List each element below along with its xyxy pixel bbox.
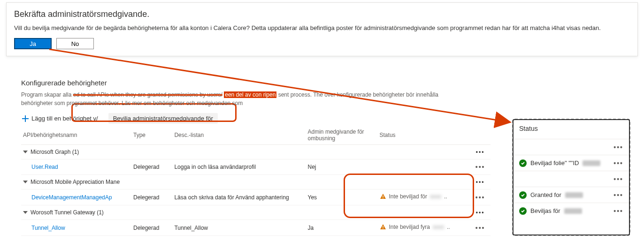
check-icon [519,207,527,215]
col-desc: Desc.-listan [172,126,306,145]
status-warning: Inte beviljad fyraxxxx.. [380,224,450,230]
status-text: Beviljas för [530,207,560,214]
grant-admin-consent-button[interactable]: Bevilja administratörsmedgivande för [108,113,218,124]
permission-type: Delegerad [131,159,172,175]
col-status: Status [378,126,470,145]
add-permission-button[interactable]: Lägg till en behörighet v/ [21,113,99,124]
permission-status: Inte beviljad förxxxx.. [378,189,470,205]
status-row: Granted for ••• [514,187,629,203]
table-group-row[interactable]: Microsoft Mobile Appreciation Mane••• [21,175,491,189]
row-actions-button[interactable]: ••• [470,145,491,159]
table-row: User.ReadDelegeradLogga in och läsa anvä… [21,159,491,175]
section-description: Program skapar alla ed to call APIs when… [21,91,491,107]
permission-status [378,159,470,175]
permission-desc: Logga in och läsa användarprofil [172,159,306,175]
permission-admin: Nej [306,159,378,175]
add-permission-label: Lägg till en behörighet v/ [31,115,98,122]
table-row: DeviceManagementManagedApDelegeradLäsa o… [21,189,491,205]
status-row: Beviljad folie" ""ID ••• [514,155,629,171]
status-row: ••• [514,139,629,155]
masked-text [583,160,600,166]
yes-button[interactable]: Ja [14,38,52,49]
row-actions-button[interactable]: ••• [613,175,623,183]
svg-rect-3 [383,228,383,229]
chevron-down-icon [23,151,28,153]
permission-name-link[interactable]: DeviceManagementManagedAp [21,189,131,205]
status-row: Beviljas för ••• [514,203,629,219]
permission-type: Delegerad [131,220,172,236]
section-heading: Konfigurerade behörigheter [21,79,491,87]
svg-rect-0 [383,196,383,197]
permissions-table: API/behörighetsnamn Type Desc.-listan Ad… [21,126,491,236]
plus-icon [22,115,29,122]
table-group-row[interactable]: Microsoft Graph (1)••• [21,145,491,159]
desc-part-a: Program skapar alla [21,91,71,98]
desc-part-b: ed to call APIs when they are granted pe… [73,91,222,98]
admin-consent-dialog: Bekräfta administratörsmedgivande. Vill … [6,2,638,56]
status-panel-heading: Status [514,120,629,139]
row-actions-button[interactable]: ••• [470,189,491,205]
masked-text [564,208,582,214]
row-actions-button[interactable]: ••• [470,159,491,175]
row-actions-button[interactable]: ••• [470,175,491,189]
col-actions [470,126,491,145]
check-icon [519,159,527,167]
dialog-body: Vill du bevilja medgivande för de begärd… [14,24,630,32]
permission-name-link[interactable]: Tunnel_Allow [21,220,131,236]
status-panel: Status •••Beviljad folie" ""ID ••••••Gra… [513,119,630,235]
permission-desc: Tunnel_Allow [172,220,306,236]
desc-part-c: een del av con ripen [224,91,276,98]
permission-admin: Ja [306,220,378,236]
table-header-row: API/behörighetsnamn Type Desc.-listan Ad… [21,126,491,145]
permissions-toolbar: Lägg till en behörighet v/ Bevilja admin… [21,113,491,124]
masked-text [565,192,583,198]
dialog-title: Bekräfta administratörsmedgivande. [14,9,630,19]
check-icon [519,191,527,199]
desc-part-d: sent process. The över konfigurerade beh… [278,91,438,98]
status-row: ••• [514,171,629,187]
no-button[interactable]: No [56,38,94,49]
chevron-down-icon [23,181,28,183]
row-actions-button[interactable]: ••• [613,207,623,215]
permission-desc: Läsa och skriva data för Använd apphante… [172,189,306,205]
grant-admin-consent-label: Bevilja administratörsmedgivande för [113,115,213,122]
permission-name-link[interactable]: User.Read [21,159,131,175]
status-text: Beviljad folie" ""ID [530,159,579,166]
col-admin: Admin medgivande för ombusning [306,126,378,145]
svg-rect-1 [383,198,383,198]
table-row: Tunnel_AllowDelegeradTunnel_AllowJaInte … [21,220,491,236]
svg-rect-2 [383,226,383,228]
col-api: API/behörighetsnamn [21,126,131,145]
table-group-row[interactable]: Worosoft Tunnel Gateway (1)••• [21,205,491,220]
status-warning: Inte beviljad förxxxx.. [380,193,447,200]
status-text: Granted for [530,191,561,198]
row-actions-button[interactable]: ••• [470,205,491,220]
chevron-down-icon [23,211,28,214]
row-actions-button[interactable]: ••• [613,159,623,167]
row-actions-button[interactable]: ••• [613,144,623,151]
permission-status: Inte beviljad fyraxxxx.. [378,220,470,236]
row-actions-button[interactable]: ••• [613,191,623,199]
dialog-buttons: Ja No [14,38,630,49]
desc-line-2: behörigheter som programmet behöver. Läs… [21,100,243,106]
row-actions-button[interactable]: ••• [470,220,491,236]
col-type: Type [131,126,172,145]
permissions-section: Konfigurerade behörigheter Program skapa… [21,75,491,236]
permission-type: Delegerad [131,189,172,205]
permission-admin: Yes [306,189,378,205]
